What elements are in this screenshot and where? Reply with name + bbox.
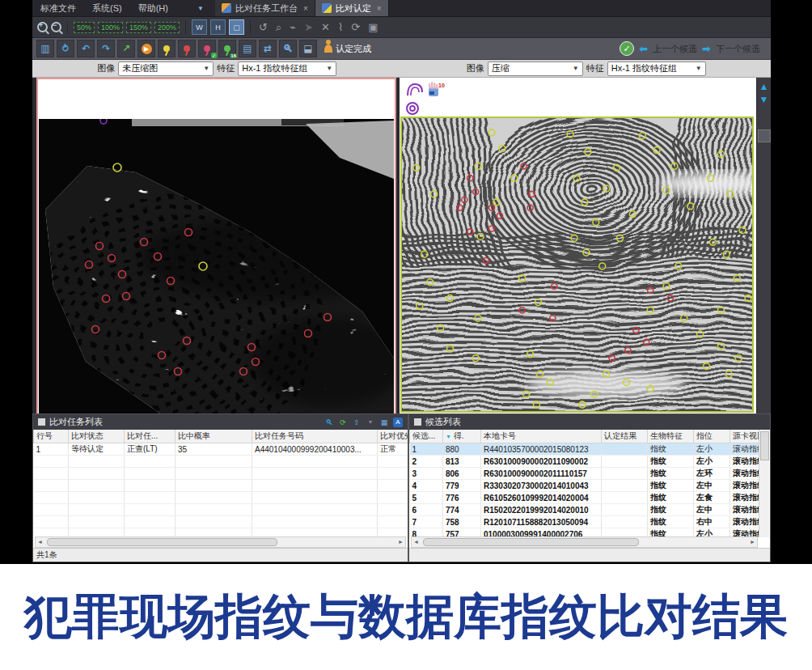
zoom-200-button[interactable]: 200% [154, 22, 180, 33]
refresh-icon[interactable]: ⟳ [338, 418, 348, 427]
tab-0[interactable]: 比对任务工作台× [215, 0, 315, 16]
scroll-thumb[interactable] [47, 538, 277, 546]
monitor-icon[interactable]: ⬓ [299, 40, 317, 57]
fit-height-button[interactable]: H [210, 19, 226, 35]
table-row[interactable]: 3806R6301000900002011110157指纹左环滚动指纹第1份 [410, 468, 760, 480]
candidate-print-panel[interactable]: 10 [400, 78, 756, 416]
dropdown-caret-icon[interactable]: ▼ [366, 418, 375, 427]
col-header[interactable]: 认定结果 [602, 430, 648, 443]
candidate-up-icon[interactable]: ▲ [759, 83, 769, 91]
rotate-icon[interactable]: ↺ [256, 22, 270, 32]
col-header[interactable]: 指位 [694, 430, 730, 443]
zoom-100-button[interactable]: 100% [98, 22, 123, 33]
confirm-check-icon[interactable]: ✓ [620, 41, 634, 56]
table-row[interactable]: 1等待认定正查(LT)35A440104000999200410003...正常… [34, 443, 408, 456]
col-header[interactable]: 比对任务号码 [252, 430, 378, 443]
columns-icon[interactable]: ▦ [379, 418, 389, 427]
scroll-left-icon[interactable]: ◄ [37, 537, 43, 546]
magnify-monitor-icon[interactable]: 🔍︎ [279, 40, 297, 57]
left-feature-select[interactable]: Hx-1 指纹特征组▼ [238, 61, 336, 76]
feature-list-icon[interactable]: ▤ [239, 40, 256, 57]
candidate-table-viewport[interactable]: 候选...▼ 得.本地卡号认定结果生物特征指位源卡视图源卡份数1880R4401… [409, 430, 759, 536]
task-table-viewport[interactable]: 行号比对状态比对任...比中概率比对任务号码比对优先级提交时间1等待认定正查(L… [33, 430, 408, 536]
candidate-hscrollbar[interactable]: ◄ ► [411, 536, 758, 548]
zoom-out-icon[interactable]: − [51, 22, 61, 32]
loop-fingerprint-icon[interactable] [408, 84, 422, 95]
delete-icon[interactable]: ✕ [319, 22, 332, 32]
prev-arrow-icon[interactable]: ⬅ [639, 43, 648, 55]
tab-1[interactable]: 比对认定× [315, 0, 389, 16]
play-compare-icon[interactable]: ▶ [137, 40, 155, 57]
right-feature-select[interactable]: Hx-1 指纹特征组▼ [607, 61, 706, 76]
col-header[interactable]: 比对任... [125, 430, 176, 443]
col-header[interactable]: 行号 [34, 430, 69, 443]
fit-screen-button[interactable]: ▢ [229, 19, 244, 35]
next-arrow-icon[interactable]: ➡ [702, 43, 711, 55]
scroll-right-icon[interactable]: ► [398, 537, 404, 546]
col-header[interactable]: 比中概率 [176, 430, 252, 443]
chevron-down-icon[interactable]: ▼ [176, 5, 215, 12]
zoom-in-icon[interactable]: + [37, 22, 48, 32]
left-image-select[interactable]: 未压缩图▼ [118, 61, 214, 76]
candidate-down-icon[interactable]: ▼ [759, 95, 769, 104]
pdf-export-icon[interactable]: A [393, 418, 403, 427]
close-icon[interactable]: × [377, 4, 382, 13]
next-candidate-button[interactable]: 下一个候选 [716, 43, 760, 55]
yellow-pin-icon[interactable] [158, 40, 176, 57]
table-row[interactable]: 7758R1201071158882013050094指纹右中滚动指纹第1份 [410, 516, 760, 528]
menu-item-1[interactable]: 系统(S) [84, 0, 130, 16]
finish-identification-button[interactable]: 认定完成 [324, 43, 371, 55]
hand-ten-icon[interactable]: 10 [429, 82, 445, 96]
scroll-thumb[interactable] [760, 431, 769, 460]
right-image-select[interactable]: 压缩▼ [488, 61, 583, 76]
redo-icon[interactable]: ↷ [97, 40, 115, 57]
menu-item-0[interactable]: 标准文件 [32, 0, 84, 16]
tab-icon [322, 3, 332, 13]
scroll-left-icon[interactable]: ◄ [413, 537, 419, 546]
undo-icon[interactable]: ↶ [77, 40, 95, 57]
col-header[interactable]: ▼ 得. [443, 430, 481, 443]
sync-icon[interactable]: ⥁ [57, 40, 74, 57]
col-header[interactable]: 生物特征 [648, 430, 694, 443]
scroll-thumb[interactable] [423, 538, 639, 546]
table-row[interactable]: 2813R6301000900002011090002指纹左小滚动指纹第1份 [410, 456, 760, 468]
table-row[interactable]: 4779R3303020730002014010043指纹左中滚动指纹第1份 [410, 480, 760, 492]
col-header[interactable]: 比对状态 [69, 430, 125, 443]
whorl-fingerprint-icon[interactable] [407, 103, 418, 114]
green-pin-16-icon[interactable]: 16 [218, 40, 236, 57]
export-icon[interactable]: ⇪ [352, 418, 362, 427]
red-blue-pin-icon[interactable] [178, 40, 196, 57]
col-header[interactable]: 比对优先级 [378, 430, 408, 443]
table-row[interactable]: 87570100003009991400002706指纹左小滚动指纹第1份 [410, 528, 760, 537]
swap-panels-icon[interactable]: ⇄ [259, 40, 277, 57]
col-header[interactable]: 源卡视图 [730, 430, 760, 443]
fit-width-button[interactable]: W [192, 19, 207, 35]
card-view-button[interactable] [758, 129, 771, 142]
table-row[interactable]: 6774R1502022019992014020010指纹左中滚动指纹第1份 [410, 504, 760, 516]
search-area-icon[interactable]: ⌕ [273, 22, 284, 32]
brush-icon[interactable]: ⌇ [336, 22, 345, 32]
layers-icon[interactable]: ▥ [36, 40, 54, 57]
col-header[interactable]: 本地卡号 [481, 430, 602, 443]
save-image-icon[interactable]: ▣ [366, 22, 380, 32]
empty-row [34, 516, 408, 528]
menu-item-2[interactable]: 帮助(H) [130, 0, 176, 16]
latent-print-panel[interactable] [36, 78, 396, 416]
right-image-label: 图像 [467, 62, 484, 74]
scroll-right-icon[interactable]: ► [750, 537, 755, 546]
table-row[interactable]: 1880R4401035700002015080123指纹左小滚动指纹第1份 [410, 443, 760, 456]
table-row[interactable]: 5776R6105260109992014020004指纹左食滚动指纹第1份 [410, 492, 760, 504]
red-check-pin-icon[interactable]: ✓ [198, 40, 216, 57]
wand-icon[interactable]: ⌁ [287, 22, 298, 32]
close-icon[interactable]: × [303, 4, 308, 13]
col-header[interactable]: 候选... [410, 430, 443, 443]
zoom-50-button[interactable]: 50% [74, 22, 95, 33]
candidate-vscrollbar[interactable] [759, 430, 769, 537]
task-hscrollbar[interactable]: ◄ ► [35, 536, 406, 548]
auto-mark-icon[interactable]: ↗ [117, 40, 135, 57]
refresh-image-icon[interactable]: ⟳ [349, 22, 362, 32]
search-icon[interactable]: 🔍︎ [324, 418, 334, 427]
pointer-icon[interactable]: ➤ [302, 22, 315, 32]
prev-candidate-button[interactable]: 上一个候选 [653, 43, 697, 55]
zoom-150-button[interactable]: 150% [126, 22, 151, 33]
